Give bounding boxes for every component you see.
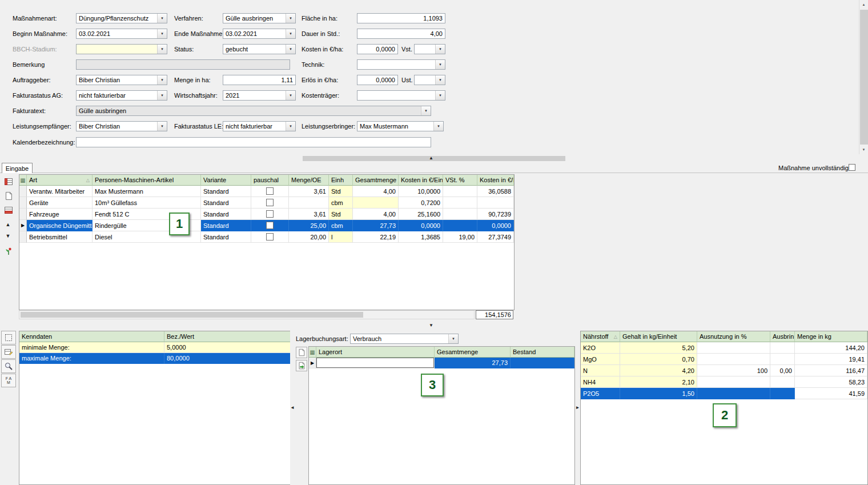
scrollbar-thumb[interactable] <box>860 10 868 145</box>
cell-gesamt[interactable]: 4,00 <box>353 186 399 197</box>
table-row[interactable]: NH4 2,10 58,23 <box>581 376 867 388</box>
cell-kosten[interactable]: 27,3749 <box>477 231 514 243</box>
scroll-up-icon[interactable]: ▲ <box>859 0 868 9</box>
chevron-down-icon[interactable]: ▼ <box>157 29 167 38</box>
technik-select[interactable]: ▼ <box>357 59 445 70</box>
col-naehrstoff[interactable]: Nährstoff△ <box>581 331 620 342</box>
new-storage-entry-button[interactable] <box>296 347 307 358</box>
cell-menge[interactable]: 3,61 <box>289 209 329 220</box>
scroll-down-icon[interactable]: ▼ <box>859 145 868 154</box>
cell-ausnutzung[interactable] <box>697 388 770 399</box>
chevron-down-icon[interactable]: ▼ <box>157 45 167 54</box>
edit-cell-button[interactable] <box>1 345 16 359</box>
cell-einh[interactable]: Std <box>329 209 353 220</box>
form-vertical-scrollbar[interactable]: ▲ ▼ <box>859 0 868 154</box>
chevron-down-icon[interactable]: ▼ <box>435 75 445 85</box>
cell-kosten-einh[interactable]: 25,1600 <box>399 209 443 220</box>
table-row[interactable]: Fahrzeuge Fendt 512 C Standard 3,61 Std … <box>19 209 514 220</box>
cell-kenndaten-name[interactable]: maximale Menge: <box>19 353 164 364</box>
kostentraeger-select[interactable]: ▼ <box>357 90 445 101</box>
cell-gehalt[interactable]: 4,20 <box>620 365 697 376</box>
table-corner-button[interactable]: ▦ <box>19 175 27 186</box>
chevron-down-icon[interactable]: ▼ <box>421 106 431 115</box>
cell-kosten[interactable]: 90,7239 <box>477 209 514 220</box>
cell-ausbringung[interactable] <box>770 342 795 354</box>
cell-kosten[interactable]: 0,0000 <box>477 220 514 231</box>
cell-ausnutzung[interactable] <box>697 342 770 354</box>
move-up-button[interactable]: ▲ <box>2 219 14 230</box>
cell-ausbringung[interactable] <box>770 388 795 399</box>
cell-menge-kg[interactable]: 19,41 <box>795 354 867 365</box>
col-gehalt[interactable]: Gehalt in kg/Einheit <box>620 331 697 342</box>
list-item-selected[interactable]: maximale Menge: 80,0000 <box>19 353 291 364</box>
cell-pauschal[interactable] <box>251 197 289 209</box>
cell-ausnutzung[interactable] <box>697 376 770 388</box>
table-row[interactable]: Betriebsmittel Diesel Standard 20,00 l 2… <box>19 231 514 243</box>
cell-kenndaten-name[interactable]: minimale Menge: <box>19 342 164 353</box>
col-gesamtmenge[interactable]: Gesamtmenge <box>435 347 511 358</box>
dauer-input[interactable]: 4,00 <box>357 29 445 39</box>
cell-kenndaten-value[interactable]: 80,0000 <box>164 353 291 364</box>
pauschal-checkbox[interactable] <box>266 233 274 241</box>
delete-article-button[interactable] <box>2 203 15 217</box>
cell-kosten-einh[interactable]: 1,3685 <box>399 231 443 243</box>
cell-gehalt[interactable]: 0,70 <box>620 354 697 365</box>
move-down-button[interactable]: ▼ <box>2 231 14 241</box>
auftraggeber-select[interactable]: Biber Christian▼ <box>76 75 167 85</box>
fakturastatus-ag-select[interactable]: nicht fakturierbar▼ <box>76 90 167 101</box>
cell-naehrstoff[interactable]: K2O <box>581 342 620 354</box>
cell-kosten-einh[interactable]: 0,0000 <box>399 220 443 231</box>
wirtschaftsjahr-select[interactable]: 2021▼ <box>223 90 296 101</box>
cell-menge[interactable]: 20,00 <box>289 231 329 243</box>
left-panel-splitter[interactable]: ◄ <box>290 330 295 485</box>
table-row-selected[interactable]: P2O5 1,50 41,59 <box>581 388 867 399</box>
pauschal-checkbox[interactable] <box>266 210 274 218</box>
right-panel-splitter[interactable]: ► <box>575 330 580 485</box>
cell-kosten[interactable]: 36,0588 <box>477 186 514 197</box>
cell-art[interactable]: Geräte <box>27 197 93 209</box>
cell-vst[interactable] <box>443 197 477 209</box>
cell-ausbringung[interactable] <box>770 376 795 388</box>
cell-art[interactable]: Verantw. Mitarbeiter <box>27 186 93 197</box>
chevron-down-icon[interactable]: ▼ <box>286 91 295 100</box>
incomplete-checkbox[interactable] <box>849 164 855 171</box>
cell-gehalt[interactable]: 5,20 <box>620 342 697 354</box>
cell-vst[interactable] <box>443 209 477 220</box>
cell-artikel[interactable]: 10m³ Güllefass <box>93 197 201 209</box>
chevron-down-icon[interactable]: ▼ <box>286 45 295 54</box>
col-lagerort[interactable]: Lagerort <box>316 347 435 358</box>
table-horizontal-scrollbar[interactable] <box>19 310 475 319</box>
chevron-down-icon[interactable]: ▼ <box>157 75 167 85</box>
table-row[interactable]: N 4,20 100 0,00 116,47 <box>581 365 867 376</box>
cell-kosten[interactable] <box>477 197 514 209</box>
cell-variante[interactable]: Standard <box>201 186 251 197</box>
cell-naehrstoff[interactable]: MgO <box>581 354 620 365</box>
chevron-down-icon[interactable]: ▼ <box>157 122 167 131</box>
col-menge-oe[interactable]: Menge/OE <box>289 175 329 186</box>
collapse-down-icon[interactable]: ▼ <box>429 323 433 328</box>
col-kenndaten[interactable]: Kenndaten <box>19 331 164 342</box>
cell-bestand[interactable] <box>511 358 574 368</box>
cell-menge-kg[interactable]: 116,47 <box>795 365 867 376</box>
chevron-down-icon[interactable]: ▼ <box>435 91 445 100</box>
flaeche-input[interactable]: 1,1093 <box>357 13 445 23</box>
col-bez-wert[interactable]: Bez./Wert <box>164 331 291 342</box>
cell-gehalt[interactable]: 1,50 <box>620 388 697 399</box>
splitter-scrollbar-thumb[interactable] <box>303 156 565 161</box>
cell-einh[interactable]: Std <box>329 186 353 197</box>
kosten-input[interactable]: 0,0000 <box>357 44 398 54</box>
cell-ausnutzung[interactable]: 100 <box>697 365 770 376</box>
col-pauschal[interactable]: pauschal <box>251 175 289 186</box>
cell-menge[interactable]: 25,00 <box>289 220 329 231</box>
cell-gesamt[interactable]: 22,19 <box>353 231 399 243</box>
verfahren-select[interactable]: Gülle ausbringen▼ <box>223 13 296 23</box>
chevron-down-icon[interactable]: ▼ <box>157 14 167 23</box>
cell-art[interactable]: Organische Düngemitte <box>27 220 93 231</box>
collapse-left-icon[interactable]: ◄ <box>290 405 295 410</box>
middle-bottom-splitter[interactable]: ▼ <box>0 322 868 330</box>
col-art[interactable]: Art△ <box>27 175 93 186</box>
cell-einh[interactable]: l <box>329 231 353 243</box>
cell-pauschal[interactable] <box>251 231 289 243</box>
col-bestand[interactable]: Bestand <box>511 347 574 358</box>
fam-button[interactable]: F AM <box>1 374 16 387</box>
